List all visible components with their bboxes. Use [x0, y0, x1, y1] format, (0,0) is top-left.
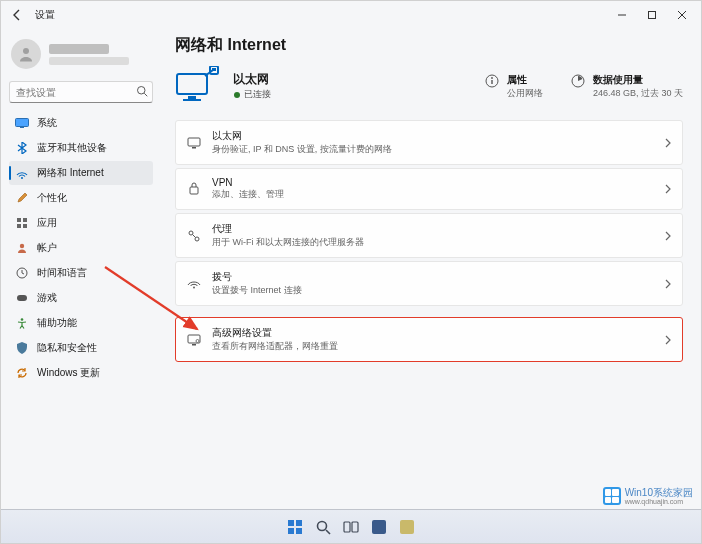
- ethernet-hero-icon: [175, 66, 219, 106]
- card-advanced-network[interactable]: 高级网络设置 查看所有网络适配器，网络重置: [175, 317, 683, 362]
- sidebar: 系统 蓝牙和其他设备 网络和 Internet 个性化 应用: [1, 29, 161, 543]
- sidebar-item-update[interactable]: Windows 更新: [9, 361, 153, 385]
- svg-point-30: [195, 237, 199, 241]
- card-ethernet[interactable]: 以太网 身份验证, IP 和 DNS 设置, 按流量计费的网络: [175, 120, 683, 165]
- taskbar-search-icon[interactable]: [311, 515, 335, 539]
- svg-rect-45: [400, 520, 414, 534]
- sidebar-item-bluetooth[interactable]: 蓝牙和其他设备: [9, 136, 153, 160]
- stat-sub: 公用网络: [507, 87, 543, 100]
- gaming-icon: [15, 293, 29, 303]
- card-title: 代理: [212, 222, 364, 236]
- taskbar-app-icon[interactable]: [367, 515, 391, 539]
- close-button[interactable]: [667, 3, 697, 27]
- sidebar-item-label: 帐户: [37, 241, 57, 255]
- chevron-right-icon: [664, 184, 672, 194]
- card-vpn[interactable]: VPN 添加、连接、管理: [175, 168, 683, 210]
- svg-rect-39: [296, 528, 302, 534]
- accessibility-icon: [15, 317, 29, 329]
- personalize-icon: [15, 192, 29, 204]
- svg-rect-1: [649, 12, 656, 19]
- card-sub: 查看所有网络适配器，网络重置: [212, 340, 338, 353]
- card-sub: 设置拨号 Internet 连接: [212, 284, 302, 297]
- window-title: 设置: [35, 8, 55, 22]
- minimize-button[interactable]: [607, 3, 637, 27]
- svg-rect-6: [20, 127, 24, 128]
- svg-rect-16: [177, 74, 207, 94]
- svg-rect-14: [17, 295, 27, 301]
- svg-point-15: [21, 318, 24, 321]
- watermark-logo-icon: [603, 487, 621, 505]
- update-icon: [15, 367, 29, 379]
- data-usage-stat[interactable]: 数据使用量 246.48 GB, 过去 30 天: [571, 73, 683, 100]
- chevron-right-icon: [664, 231, 672, 241]
- sidebar-item-accessibility[interactable]: 辅助功能: [9, 311, 153, 335]
- sidebar-item-personalize[interactable]: 个性化: [9, 186, 153, 210]
- sidebar-item-label: 个性化: [37, 191, 67, 205]
- svg-rect-17: [188, 96, 196, 99]
- svg-point-7: [21, 177, 23, 179]
- svg-rect-5: [16, 119, 29, 127]
- sidebar-item-privacy[interactable]: 隐私和安全性: [9, 336, 153, 360]
- bluetooth-icon: [15, 142, 29, 154]
- user-account-row[interactable]: [9, 33, 153, 79]
- card-sub: 用于 Wi-Fi 和以太网连接的代理服务器: [212, 236, 364, 249]
- sidebar-item-apps[interactable]: 应用: [9, 211, 153, 235]
- sidebar-item-system[interactable]: 系统: [9, 111, 153, 135]
- vpn-icon: [186, 182, 202, 196]
- card-proxy[interactable]: 代理 用于 Wi-Fi 和以太网连接的代理服务器: [175, 213, 683, 258]
- svg-rect-36: [288, 520, 294, 526]
- sidebar-item-label: 网络和 Internet: [37, 166, 104, 180]
- sidebar-item-accounts[interactable]: 帐户: [9, 236, 153, 260]
- advanced-network-icon: [186, 334, 202, 346]
- watermark: Win10系统家园 www.qdhuajin.com: [603, 487, 693, 505]
- accounts-icon: [15, 242, 29, 254]
- sidebar-item-label: 应用: [37, 216, 57, 230]
- svg-rect-33: [192, 344, 196, 346]
- svg-point-2: [23, 48, 29, 54]
- avatar: [11, 39, 41, 69]
- svg-rect-18: [183, 99, 201, 101]
- chevron-right-icon: [664, 279, 672, 289]
- taskbar[interactable]: [1, 509, 701, 543]
- sidebar-item-label: 隐私和安全性: [37, 341, 97, 355]
- back-button[interactable]: [5, 3, 29, 27]
- ethernet-icon: [186, 137, 202, 149]
- svg-point-23: [491, 77, 493, 79]
- chevron-right-icon: [664, 138, 672, 148]
- taskbar-taskview-icon[interactable]: [339, 515, 363, 539]
- page-title: 网络和 Internet: [175, 35, 683, 56]
- taskbar-start-icon[interactable]: [283, 515, 307, 539]
- svg-rect-8: [17, 218, 21, 222]
- svg-point-31: [193, 286, 195, 288]
- card-title: 高级网络设置: [212, 326, 338, 340]
- svg-rect-44: [372, 520, 386, 534]
- svg-rect-42: [344, 522, 350, 532]
- search-input[interactable]: [9, 81, 153, 103]
- user-name-redacted: [49, 44, 109, 54]
- sidebar-item-time[interactable]: 时间和语言: [9, 261, 153, 285]
- sidebar-item-gaming[interactable]: 游戏: [9, 286, 153, 310]
- svg-line-4: [144, 93, 147, 96]
- properties-stat[interactable]: 属性 公用网络: [485, 73, 543, 100]
- svg-rect-43: [352, 522, 358, 532]
- svg-rect-10: [17, 224, 21, 228]
- stat-title: 数据使用量: [593, 73, 683, 87]
- network-hero: 以太网 已连接 属性 公用网络: [175, 66, 683, 106]
- sidebar-item-network[interactable]: 网络和 Internet: [9, 161, 153, 185]
- dialup-icon: [186, 279, 202, 289]
- sidebar-item-label: 辅助功能: [37, 316, 77, 330]
- svg-point-12: [20, 244, 24, 248]
- user-name-block: [49, 44, 129, 65]
- sidebar-item-label: Windows 更新: [37, 366, 100, 380]
- network-icon: [15, 167, 29, 179]
- card-dialup[interactable]: 拨号 设置拨号 Internet 连接: [175, 261, 683, 306]
- maximize-button[interactable]: [637, 3, 667, 27]
- taskbar-app-icon[interactable]: [395, 515, 419, 539]
- watermark-url: www.qdhuajin.com: [625, 498, 693, 505]
- card-title: 以太网: [212, 129, 392, 143]
- hero-connection-name: 以太网: [233, 71, 271, 88]
- card-title: VPN: [212, 177, 284, 188]
- svg-rect-27: [192, 147, 196, 149]
- info-icon: [485, 74, 501, 90]
- card-sub: 身份验证, IP 和 DNS 设置, 按流量计费的网络: [212, 143, 392, 156]
